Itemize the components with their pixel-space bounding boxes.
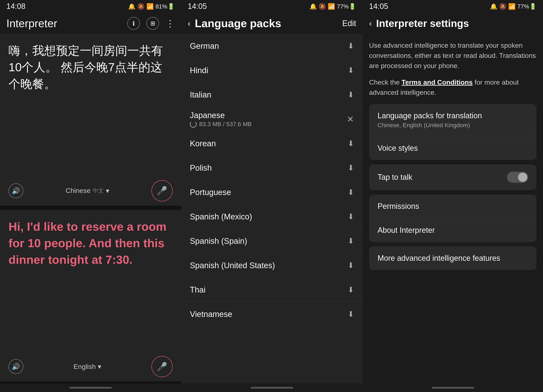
tap-to-talk-setting[interactable]: Tap to talk [369, 164, 537, 190]
list-item[interactable]: German ⬇ [181, 34, 362, 58]
chinese-lang-sub: 中文 [93, 187, 104, 194]
lang-packs-title: Language packs [195, 17, 338, 30]
status-icons-2: 🔔 🔕 📶 77%🔋 [310, 3, 356, 10]
status-time-1: 14:08 [6, 2, 25, 11]
english-footer: 🔊 English ▾ 🎤 [8, 356, 173, 377]
lang-chevron-icon: ▾ [106, 187, 109, 195]
japanese-progress: 83.3 MB / 537.6 MB [190, 121, 252, 128]
settings-back-button[interactable]: ‹ [369, 19, 372, 28]
status-time-3: 14:05 [369, 2, 388, 11]
chinese-speaker-button[interactable]: 🔊 [8, 183, 23, 198]
voice-styles-title: Voice styles [378, 144, 528, 153]
english-text: Hi, I'd like to reserve a room for 10 pe… [8, 218, 173, 352]
header-actions: ℹ ⊞ ⋮ [127, 17, 175, 30]
about-interpreter-setting[interactable]: About Interpreter [369, 218, 537, 242]
mute-icon-3: 🔕 [499, 3, 507, 10]
battery-icon-2: 77%🔋 [337, 3, 356, 10]
download-icon-spanish-spain[interactable]: ⬇ [348, 237, 354, 246]
download-icon-spanish-us[interactable]: ⬇ [348, 261, 354, 270]
conversation-content: 嗨，我想预定一间房间一共有10个人。 然后今晚7点半的这个晚餐。 🔊 Chine… [0, 34, 181, 384]
list-item[interactable]: Vietnamese ⬇ [181, 302, 362, 326]
lang-name-vietnamese: Vietnamese [190, 310, 232, 319]
close-icon-japanese[interactable]: ✕ [347, 114, 354, 124]
status-bar-2: 14:05 🔔 🔕 📶 77%🔋 [181, 0, 362, 13]
info-button[interactable]: ℹ [127, 17, 140, 30]
download-icon-vietnamese[interactable]: ⬇ [348, 310, 354, 319]
chinese-footer: 🔊 Chinese 中文 ▾ 🎤 [8, 180, 173, 202]
tap-to-talk-toggle[interactable] [507, 172, 528, 183]
lang-packs-header: ‹ Language packs Edit [181, 13, 362, 34]
layout-button[interactable]: ⊞ [146, 17, 159, 30]
interpreter-header: Interpreter ℹ ⊞ ⋮ [0, 13, 181, 34]
lang-name-polish: Polish [190, 163, 212, 173]
status-bar-1: 14:08 🔔 🔕 📶 81%🔋 [0, 0, 181, 13]
language-packs-card[interactable]: Language packs for translation Chinese, … [369, 104, 537, 160]
wifi-icon-2: 📶 [328, 3, 335, 10]
chinese-lang-selector[interactable]: Chinese 中文 ▾ [66, 187, 109, 195]
english-mic-button[interactable]: 🎤 [152, 356, 173, 377]
english-lang-selector[interactable]: English ▾ [74, 363, 101, 371]
language-list: German ⬇ Hindi ⬇ Italian ⬇ Japanese 83.3… [181, 34, 362, 384]
language-packs-setting[interactable]: Language packs for translation Chinese, … [369, 104, 537, 136]
home-bar-1 [0, 384, 181, 392]
list-item[interactable]: Korean ⬇ [181, 131, 362, 156]
permissions-setting[interactable]: Permissions [369, 194, 537, 218]
download-icon-hindi[interactable]: ⬇ [348, 66, 354, 75]
lang-name-thai: Thai [190, 285, 205, 294]
lang-name-spanish-mexico: Spanish (Mexico) [190, 212, 252, 221]
more-ai-card[interactable]: More advanced intelligence features [369, 246, 537, 270]
lang-name-hindi: Hindi [190, 66, 208, 75]
list-item[interactable]: Spanish (Mexico) ⬇ [181, 205, 362, 229]
mute-icon: 🔕 [137, 3, 145, 10]
list-item[interactable]: Thai ⬇ [181, 278, 362, 302]
battery-icon: 81%🔋 [155, 3, 175, 10]
more-button[interactable]: ⋮ [165, 18, 175, 29]
settings-title: Interpreter settings [376, 18, 469, 29]
alarm-icon-3: 🔔 [490, 3, 498, 10]
alarm-icon: 🔔 [128, 3, 136, 10]
status-icons-3: 🔔 🔕 📶 77%🔋 [490, 3, 537, 10]
download-icon-thai[interactable]: ⬇ [348, 285, 354, 294]
download-icon-german[interactable]: ⬇ [348, 42, 354, 50]
lang-name-portuguese: Portuguese [190, 188, 231, 197]
download-icon-spanish-mexico[interactable]: ⬇ [348, 212, 354, 221]
lang-name-korean: Korean [190, 139, 216, 148]
status-time-2: 14:05 [188, 2, 207, 11]
list-item[interactable]: Polish ⬇ [181, 156, 362, 180]
japanese-item-left: Japanese 83.3 MB / 537.6 MB [190, 111, 252, 128]
terms-link[interactable]: Terms and Conditions [402, 78, 473, 86]
voice-styles-setting[interactable]: Voice styles [369, 136, 537, 160]
english-speaker-button[interactable]: 🔊 [8, 359, 23, 374]
lang-name-italian: Italian [190, 90, 211, 99]
toggle-knob [518, 173, 527, 182]
list-item[interactable]: Spanish (Spain) ⬇ [181, 229, 362, 253]
download-icon-polish[interactable]: ⬇ [348, 163, 354, 172]
list-item[interactable]: Italian ⬇ [181, 83, 362, 107]
download-icon-italian[interactable]: ⬇ [348, 90, 354, 99]
battery-icon-3: 77%🔋 [517, 3, 537, 10]
lang-name-spanish-spain: Spanish (Spain) [190, 237, 247, 246]
settings-description-2: Check the Terms and Conditions for more … [369, 77, 537, 98]
back-button[interactable]: ‹ [188, 19, 191, 28]
download-icon-korean[interactable]: ⬇ [348, 139, 354, 148]
japanese-progress-text: 83.3 MB / 537.6 MB [199, 121, 252, 128]
permissions-title: Permissions [378, 202, 528, 211]
lang-name-german: German [190, 42, 219, 51]
chinese-mic-button[interactable]: 🎤 [152, 180, 173, 202]
panel-language-packs: 14:05 🔔 🔕 📶 77%🔋 ‹ Language packs Edit G… [181, 0, 363, 392]
alarm-icon-2: 🔔 [310, 3, 317, 10]
list-item[interactable]: Japanese 83.3 MB / 537.6 MB ✕ [181, 107, 362, 131]
home-bar-3 [363, 384, 543, 392]
list-item[interactable]: Hindi ⬇ [181, 58, 362, 83]
lang-chevron-icon-2: ▾ [98, 363, 101, 371]
download-icon-portuguese[interactable]: ⬇ [348, 188, 354, 197]
list-item[interactable]: Portuguese ⬇ [181, 180, 362, 205]
panel-interpreter: 14:08 🔔 🔕 📶 81%🔋 Interpreter ℹ ⊞ ⋮ 嗨，我想预… [0, 0, 181, 392]
lang-name-spanish-us: Spanish (United States) [190, 261, 275, 270]
home-indicator-3 [432, 387, 474, 389]
english-conversation-block: Hi, I'd like to reserve a room for 10 pe… [0, 210, 181, 382]
chinese-conversation-block: 嗨，我想预定一间房间一共有10个人。 然后今晚7点半的这个晚餐。 🔊 Chine… [0, 34, 181, 206]
chinese-lang-label: Chinese [66, 187, 90, 195]
list-item[interactable]: Spanish (United States) ⬇ [181, 253, 362, 278]
edit-button[interactable]: Edit [342, 19, 356, 28]
